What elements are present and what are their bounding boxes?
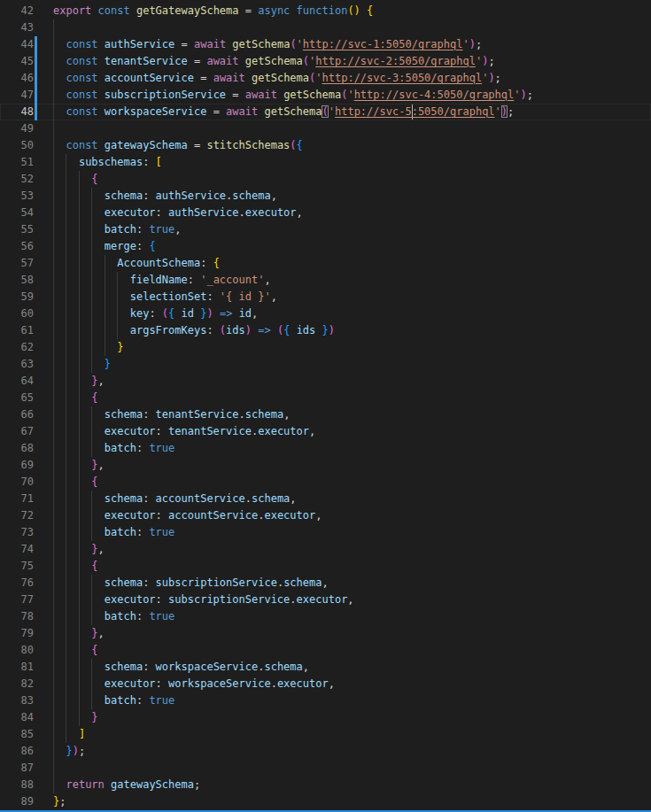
line-number[interactable]: 85	[0, 726, 34, 743]
code-line[interactable]: 74 },	[0, 541, 651, 558]
line-number[interactable]: 88	[0, 777, 34, 793]
line-number[interactable]: 77	[0, 592, 34, 608]
line-number[interactable]: 82	[0, 676, 34, 692]
line-number[interactable]: 62	[0, 339, 34, 356]
code-line[interactable]: 77 executor: subscriptionService.executo…	[0, 592, 651, 608]
line-number[interactable]: 87	[0, 760, 34, 777]
line-number[interactable]: 71	[0, 491, 34, 507]
line-number[interactable]: 76	[0, 575, 34, 592]
token: batch	[105, 442, 136, 454]
line-number[interactable]: 80	[0, 642, 34, 659]
code-line[interactable]: 83 batch: true	[0, 692, 651, 709]
line-number[interactable]: 52	[0, 171, 34, 188]
code-line[interactable]: 70 {	[0, 474, 651, 491]
code-line[interactable]: 48 const workspaceService = await getSch…	[0, 104, 651, 120]
code-line[interactable]: 71 schema: accountService.schema,	[0, 491, 651, 507]
line-number[interactable]: 75	[0, 558, 34, 575]
line-number[interactable]: 47	[0, 87, 34, 104]
code-line[interactable]: 43	[0, 19, 651, 36]
line-number[interactable]: 74	[0, 541, 34, 558]
line-number[interactable]: 44	[0, 36, 34, 53]
code-line[interactable]: 65 {	[0, 390, 651, 406]
line-number[interactable]: 51	[0, 154, 34, 171]
code-line[interactable]: 46 const accountService = await getSchem…	[0, 70, 651, 87]
code-line[interactable]: 42export const getGatewaySchema = async …	[0, 3, 651, 19]
line-number[interactable]: 60	[0, 305, 34, 322]
code-line[interactable]: 45 const tenantService = await getSchema…	[0, 53, 651, 70]
line-number[interactable]: 67	[0, 423, 34, 440]
line-number[interactable]: 56	[0, 238, 34, 255]
code-line[interactable]: 78 batch: true	[0, 608, 651, 625]
code-line[interactable]: 85 ]	[0, 726, 651, 743]
code-line[interactable]: 67 executor: tenantService.executor,	[0, 423, 651, 440]
line-number[interactable]: 64	[0, 373, 34, 390]
code-line[interactable]: 64 },	[0, 373, 651, 390]
code-line[interactable]: 76 schema: subscriptionService.schema,	[0, 575, 651, 592]
code-line[interactable]: 47 const subscriptionService = await get…	[0, 87, 651, 104]
token: {	[149, 240, 155, 252]
line-number[interactable]: 54	[0, 205, 34, 221]
code-editor[interactable]: 42export const getGatewaySchema = async …	[0, 0, 651, 812]
line-number[interactable]: 73	[0, 524, 34, 541]
line-number[interactable]: 48	[0, 104, 34, 120]
line-number[interactable]: 63	[0, 356, 34, 373]
code-line[interactable]: 79 },	[0, 625, 651, 642]
code-line[interactable]: 51 subschemas: [	[0, 154, 651, 171]
code-line[interactable]: 53 schema: authService.schema,	[0, 188, 651, 205]
code-line[interactable]: 82 executor: workspaceService.executor,	[0, 676, 651, 692]
code-line[interactable]: 81 schema: workspaceService.schema,	[0, 659, 651, 676]
code-line[interactable]: 56 merge: {	[0, 238, 651, 255]
line-number[interactable]: 72	[0, 507, 34, 524]
line-number[interactable]: 68	[0, 440, 34, 457]
line-number[interactable]: 84	[0, 709, 34, 726]
code-line[interactable]: 58 fieldName: '_account',	[0, 272, 651, 289]
line-number[interactable]: 42	[0, 3, 34, 19]
code-line[interactable]: 60 key: ({ id }) => id,	[0, 305, 651, 322]
code-line[interactable]: 66 schema: tenantService.schema,	[0, 406, 651, 423]
code-line[interactable]: 72 executor: accountService.executor,	[0, 507, 651, 524]
code-line[interactable]: 80 {	[0, 642, 651, 659]
line-number[interactable]: 79	[0, 625, 34, 642]
code-line[interactable]: 55 batch: true,	[0, 221, 651, 238]
line-number[interactable]: 83	[0, 692, 34, 709]
code-line[interactable]: 89};	[0, 793, 651, 810]
line-number[interactable]: 53	[0, 188, 34, 205]
line-number[interactable]: 50	[0, 137, 34, 154]
code-line[interactable]: 57 AccountSchema: {	[0, 255, 651, 272]
code-line[interactable]: 52 {	[0, 171, 651, 188]
line-number[interactable]: 81	[0, 659, 34, 676]
code-line[interactable]: 73 batch: true	[0, 524, 651, 541]
line-number[interactable]: 69	[0, 457, 34, 474]
line-number[interactable]: 89	[0, 793, 34, 810]
line-number[interactable]: 43	[0, 19, 34, 36]
code-line[interactable]: 62 }	[0, 339, 651, 356]
code-line[interactable]: 68 batch: true	[0, 440, 651, 457]
code-line[interactable]: 86 });	[0, 743, 651, 760]
line-number[interactable]: 58	[0, 272, 34, 289]
line-number[interactable]: 78	[0, 608, 34, 625]
code-line[interactable]: 44 const authService = await getSchema('…	[0, 36, 651, 53]
code-line[interactable]: 50 const gatewaySchema = stitchSchemas({	[0, 137, 651, 154]
line-number[interactable]: 70	[0, 474, 34, 491]
code-line[interactable]: 88 return gatewaySchema;	[0, 777, 651, 793]
line-number[interactable]: 66	[0, 406, 34, 423]
line-number[interactable]: 61	[0, 322, 34, 339]
code-line[interactable]: 75 {	[0, 558, 651, 575]
code-line[interactable]: 84 }	[0, 709, 651, 726]
line-number[interactable]: 46	[0, 70, 34, 87]
code-line[interactable]: 54 executor: authService.executor,	[0, 205, 651, 221]
line-number[interactable]: 49	[0, 120, 34, 137]
code-line[interactable]: 61 argsFromKeys: (ids) => ({ ids })	[0, 322, 651, 339]
line-number[interactable]: 55	[0, 221, 34, 238]
code-line[interactable]: 49	[0, 120, 651, 137]
line-number[interactable]: 57	[0, 255, 34, 272]
line-number[interactable]: 86	[0, 743, 34, 760]
token: [	[156, 156, 162, 168]
code-line[interactable]: 69 },	[0, 457, 651, 474]
code-line[interactable]: 59 selectionSet: '{ id }',	[0, 289, 651, 305]
code-line[interactable]: 63 }	[0, 356, 651, 373]
line-number[interactable]: 65	[0, 390, 34, 406]
line-number[interactable]: 59	[0, 289, 34, 305]
code-line[interactable]: 87	[0, 760, 651, 777]
line-number[interactable]: 45	[0, 53, 34, 70]
